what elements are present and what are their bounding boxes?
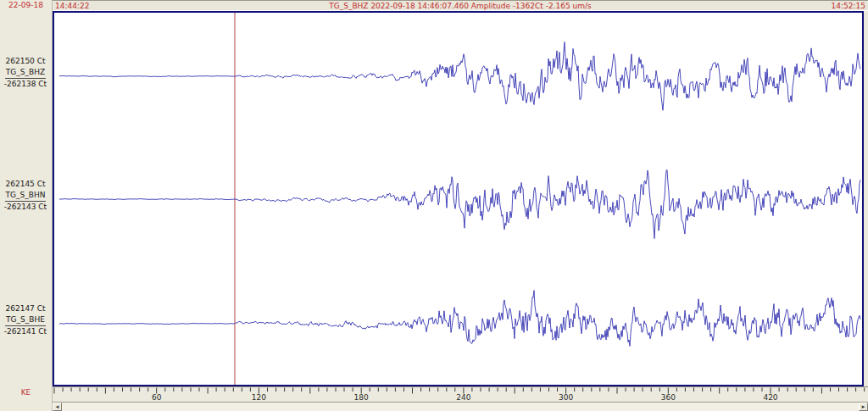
window-start-time: 14:44:22 — [53, 2, 89, 10]
trace-label-bhn[interactable]: 262145 Ct TG_S_BHN -262143 Ct — [0, 179, 51, 213]
ruler-label-60: 60 — [152, 393, 162, 402]
trace-waveform-tg_s_bhn — [59, 170, 860, 239]
trace-max-counts: 262147 Ct — [0, 303, 51, 314]
trace-max-counts: 262150 Ct — [0, 56, 51, 67]
trace-min-counts: -262141 Ct — [0, 326, 51, 337]
trace-max-counts: 262145 Ct — [0, 179, 51, 190]
cursor-readout-title: TG_S_BHZ 2022-09-18 14:46:07.460 Amplitu… — [89, 2, 831, 10]
trace-min-counts: -262138 Ct — [0, 79, 51, 90]
trace-min-counts: -262143 Ct — [0, 202, 51, 213]
scroll-left-button[interactable]: ◂ — [53, 403, 62, 411]
seismogram-plot[interactable] — [53, 11, 864, 386]
ruler-label-120: 120 — [252, 393, 266, 402]
time-ruler: 60120180240300360420 — [53, 386, 868, 402]
plot-header-bar: 14:44:22 TG_S_BHZ 2022-09-18 14:46:07.46… — [53, 0, 868, 11]
ruler-label-420: 420 — [763, 393, 777, 402]
trace-channel-name[interactable]: TG_S_BHE — [5, 314, 46, 326]
ruler-label-360: 360 — [661, 393, 676, 402]
station-code: KE — [0, 388, 52, 397]
window-end-time: 14:52:15 — [832, 2, 868, 10]
ruler-label-300: 300 — [559, 393, 573, 402]
ruler-label-240: 240 — [456, 393, 470, 402]
trace-waveform-tg_s_bhz — [59, 42, 860, 111]
scroll-right-button[interactable]: ▸ — [859, 403, 868, 411]
trace-channel-name[interactable]: TG_S_BHN — [5, 190, 47, 202]
trace-channel-name[interactable]: TG_S_BHZ — [5, 67, 46, 79]
waveform-canvas[interactable] — [54, 13, 862, 385]
time-ruler-ticks: 60120180240300360420 — [53, 387, 866, 402]
trace-label-bhz[interactable]: 262150 Ct TG_S_BHZ -262138 Ct — [0, 56, 51, 90]
trace-info-sidebar: 22-09-18 262150 Ct TG_S_BHZ -262138 Ct 2… — [0, 0, 53, 411]
trace-waveform-tg_s_bhe — [59, 291, 860, 347]
trace-label-bhe[interactable]: 262147 Ct TG_S_BHE -262141 Ct — [0, 303, 51, 337]
seismograph-viewer-window: 22-09-18 262150 Ct TG_S_BHZ -262138 Ct 2… — [0, 0, 868, 411]
ruler-label-180: 180 — [354, 393, 369, 402]
record-date: 22-09-18 — [0, 1, 52, 9]
horizontal-scrollbar[interactable]: ◂ ▸ — [53, 402, 868, 411]
scrollbar-track[interactable] — [62, 403, 859, 411]
